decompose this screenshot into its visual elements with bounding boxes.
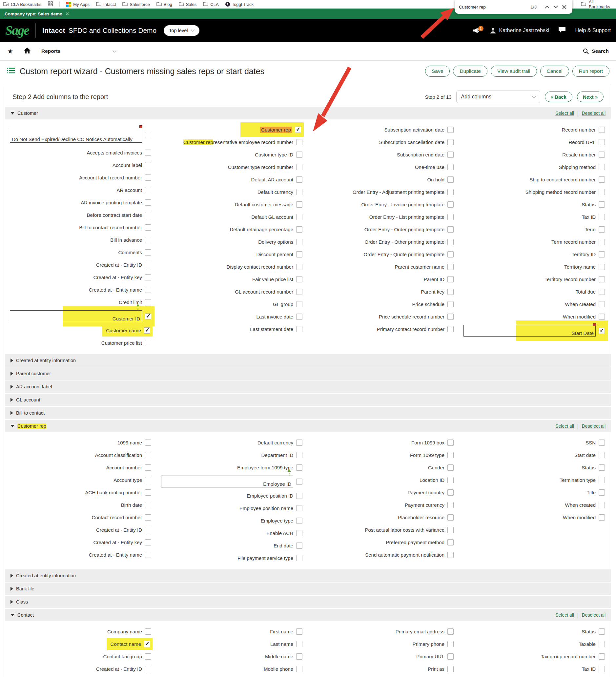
user-menu[interactable]: Katherine Jastrzebski [490, 27, 549, 34]
checkbox-send-automatic-payment-notification[interactable] [447, 552, 454, 558]
checkbox-ar-invoice-printing-template[interactable] [145, 199, 151, 206]
checkbox-price-schedule[interactable] [447, 301, 454, 307]
checkbox-when-created[interactable] [599, 502, 605, 508]
checkbox-post-actual-labor-costs-with-variance[interactable] [447, 527, 454, 533]
bookmark-cla[interactable]: CLA [203, 2, 218, 7]
checkbox-end-date[interactable] [296, 543, 302, 549]
bookmark-intacct[interactable]: Intacct [96, 2, 116, 7]
deselect-all-customer-rep[interactable]: Deselect all [582, 423, 606, 429]
checkbox-created-at-entity-id[interactable] [145, 666, 151, 672]
section-header-bill-to-contact[interactable]: Bill-to contact [5, 407, 611, 419]
checkbox-order-entry-adjustment-printing-template[interactable] [447, 189, 454, 195]
checkbox-before-contract-start-date[interactable] [145, 212, 151, 218]
checkbox-middle-name[interactable] [296, 653, 302, 660]
checkbox-parent-customer-name[interactable] [447, 264, 454, 270]
checkbox-employee-type[interactable] [296, 517, 302, 524]
checkbox-subscription-cancellation-date[interactable] [447, 139, 454, 145]
checkbox-employee-form-1099-type[interactable] [296, 464, 302, 471]
checkbox-form-1099-type[interactable] [447, 452, 454, 458]
checkbox-primary-phone[interactable] [447, 641, 454, 647]
checkbox-customer-type-record-number[interactable] [296, 164, 302, 170]
deselect-all-contact[interactable]: Deselect all [582, 613, 606, 618]
sage-logo[interactable]: Sage [5, 24, 29, 37]
checkbox-account-classification[interactable] [145, 452, 151, 458]
checkbox-preferred-payment-method[interactable] [447, 539, 454, 545]
next-button[interactable]: Next » [577, 92, 604, 102]
checkbox-resale-number[interactable] [599, 151, 605, 158]
section-header-gl-account[interactable]: GL account [5, 394, 611, 406]
save-button[interactable]: Save [425, 65, 450, 77]
checkbox-territory-id[interactable] [599, 251, 605, 258]
checkbox-credit-limit[interactable] [145, 299, 151, 305]
select-all-contact[interactable]: Select all [555, 613, 574, 618]
checkbox-bill-to-contact-record-number[interactable] [145, 224, 151, 231]
section-header-customer[interactable]: CustomerSelect all|Deselect all [5, 107, 611, 120]
bookmark-sales[interactable]: Sales [179, 2, 197, 7]
checkbox-mobile-phone[interactable] [296, 666, 302, 672]
messages-button[interactable] [558, 27, 566, 35]
checkbox-department-id[interactable] [296, 452, 302, 458]
checkbox-total-due[interactable] [599, 289, 605, 295]
checkbox-last-invoice-date[interactable] [296, 314, 302, 320]
home-button[interactable] [24, 47, 31, 55]
checkbox-tax-id[interactable] [599, 214, 605, 220]
checkbox-do-not-send-expired-decline-cc-notices-automatically[interactable] [145, 132, 151, 138]
checkbox-taxable[interactable] [599, 641, 605, 647]
checkbox-primary-contact-record-number[interactable] [447, 326, 454, 332]
find-previous-button[interactable] [543, 3, 552, 11]
checkbox-tax-id[interactable] [599, 666, 605, 672]
checkbox-customer-id[interactable] [145, 313, 151, 319]
announcements-button[interactable]: 1 [473, 27, 481, 34]
checkbox-customer-type-id[interactable] [296, 151, 302, 158]
help-support-link[interactable]: Help & Support [575, 28, 611, 34]
checkbox-term[interactable] [599, 226, 605, 233]
checkbox-record-number[interactable] [599, 127, 605, 133]
checkbox-term-record-number[interactable] [599, 239, 605, 245]
checkbox-created-at-entity-name[interactable] [145, 287, 151, 293]
checkbox-start-date[interactable] [599, 452, 605, 458]
checkbox-status[interactable] [599, 201, 605, 208]
cancel-button[interactable]: Cancel [540, 65, 569, 77]
checkbox-enable-ach[interactable] [296, 530, 302, 536]
select-all-customer-rep[interactable]: Select all [555, 423, 574, 429]
checkbox-order-entry-invoice-printing-template[interactable] [447, 201, 454, 208]
checkbox-employee-id[interactable] [296, 479, 302, 485]
checkbox-gl-account-record-number[interactable] [296, 289, 302, 295]
checkbox-when-modified[interactable] [599, 514, 605, 521]
find-close-button[interactable] [560, 3, 568, 11]
checkbox-parent-key[interactable] [447, 289, 454, 295]
checkbox-contact-record-number[interactable] [145, 514, 151, 521]
checkbox-ach-bank-routing-number[interactable] [145, 489, 151, 496]
checkbox-primary-email-address[interactable] [447, 628, 454, 635]
checkbox-created-at-entity-id[interactable] [145, 262, 151, 268]
checkbox-last-name[interactable] [296, 641, 302, 647]
checkbox-fair-value-price-list[interactable] [296, 276, 302, 282]
checkbox-account-type[interactable] [145, 477, 151, 483]
checkbox-created-at-entity-id[interactable] [145, 527, 151, 533]
section-header-created-at-entity-information-1[interactable]: Created at entity information [5, 354, 611, 367]
checkbox-account-label-record-number[interactable] [145, 175, 151, 181]
select-all-customer[interactable]: Select all [555, 110, 574, 116]
checkbox-termination-type[interactable] [599, 477, 605, 483]
section-header-customer-rep[interactable]: Customer repSelect all|Deselect all [5, 420, 611, 432]
bookmark-toggl-track[interactable]: Toggl Track [225, 2, 254, 7]
report-list-icon[interactable] [7, 67, 15, 76]
checkbox-customer-rep[interactable] [295, 127, 301, 133]
checkbox-subscription-activation-date[interactable] [447, 127, 454, 133]
duplicate-button[interactable]: Duplicate [453, 65, 487, 77]
bookmark-salesforce[interactable]: Salesforce [122, 2, 149, 7]
checkbox-placeholder-resource[interactable] [447, 514, 454, 521]
section-header-created-at-entity-information-2[interactable]: Created at entity information [5, 570, 611, 582]
checkbox-account-number[interactable] [145, 464, 151, 471]
checkbox-file-payment-service-type[interactable] [296, 555, 302, 561]
checkbox-when-created[interactable] [599, 301, 605, 307]
checkbox-comments[interactable] [145, 249, 151, 256]
checkbox-one-time-use[interactable] [447, 164, 454, 170]
checkbox-created-at-entity-key[interactable] [145, 539, 151, 545]
all-bookmarks-button[interactable]: All Bookmarks [577, 0, 616, 8]
checkbox-last-statement-date[interactable] [296, 326, 302, 332]
bookmark-blog[interactable]: Blog [157, 2, 172, 7]
checkbox-status[interactable] [599, 464, 605, 471]
checkbox-accepts-emailed-invoices[interactable] [145, 149, 151, 156]
checkbox-default-customer-message[interactable] [296, 201, 302, 208]
